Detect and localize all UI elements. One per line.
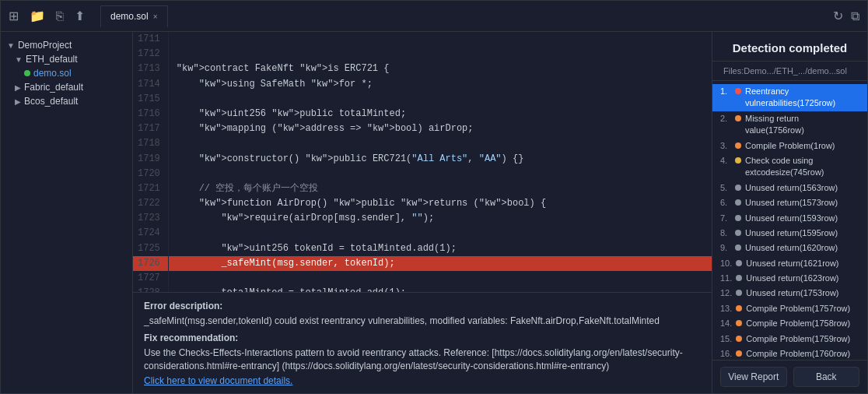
- finding-item[interactable]: 14.Compile Problem(1758row): [712, 316, 867, 331]
- line-code: [168, 32, 712, 47]
- sidebar-fabric-label: Fabric_default: [24, 82, 83, 93]
- back-button[interactable]: Back: [793, 367, 860, 387]
- findings-list: 1.Reentrancy vulnerabilities(1725row)2.M…: [712, 81, 867, 360]
- finding-dot-icon: [736, 320, 742, 326]
- line-number: 1724: [133, 226, 168, 241]
- finding-number: 14.: [720, 318, 732, 329]
- finding-item[interactable]: 8.Unused return(1595row): [712, 226, 867, 241]
- finding-number: 10.: [720, 258, 732, 269]
- finding-item[interactable]: 1.Reentrancy vulnerabilities(1725row): [712, 84, 867, 111]
- sidebar-item-demo-sol[interactable]: demo.sol: [1, 66, 132, 80]
- finding-number: 9.: [720, 242, 731, 254]
- finding-text: Unused return(1623row): [746, 273, 838, 284]
- finding-text: Unused return(1753row): [746, 287, 838, 299]
- finding-item[interactable]: 11.Unused return(1623row): [712, 271, 867, 286]
- detection-title: Detection completed: [712, 32, 867, 62]
- finding-text: Reentrancy vulnerabilities(1725row): [745, 86, 859, 110]
- finding-dot-icon: [735, 142, 741, 149]
- finding-item[interactable]: 6.Unused return(1573row): [712, 195, 867, 210]
- finding-item[interactable]: 9.Unused return(1620row): [712, 241, 867, 255]
- finding-item[interactable]: 16.Compile Problem(1760row): [712, 347, 867, 360]
- right-panel: Detection completed Files:Demo.../ETH_..…: [712, 32, 867, 393]
- line-code: "kw">contract FakeNft "kw">is ERC721 {: [168, 62, 712, 76]
- refresh-icon[interactable]: ↻: [833, 9, 843, 23]
- finding-item[interactable]: 4.Check code using extcodesize(745row): [712, 153, 867, 181]
- finding-number: 5.: [720, 182, 731, 194]
- finding-item[interactable]: 3.Compile Problem(1row): [712, 139, 867, 153]
- doc-link[interactable]: Click here to view document details.: [144, 375, 701, 386]
- folder-icon[interactable]: 📁: [30, 9, 45, 23]
- sidebar-item-demoproject[interactable]: ▼ DemoProject: [1, 38, 132, 52]
- error-panel: Error description: _safeMint(msg.sender,…: [133, 292, 712, 393]
- finding-item[interactable]: 12.Unused return(1753row): [712, 286, 867, 301]
- finding-dot-icon: [736, 290, 742, 296]
- finding-text: Unused return(1595row): [745, 227, 838, 239]
- finding-dot-icon: [735, 115, 741, 121]
- sidebar-bcos-label: Bcos_default: [24, 96, 78, 107]
- finding-number: 2.: [720, 113, 731, 125]
- finding-text: Compile Problem(1759row): [746, 333, 850, 345]
- fix-label: Fix recommendation:: [144, 332, 701, 343]
- finding-text: Unused return(1573row): [745, 197, 838, 209]
- line-number: 1721: [133, 181, 168, 196]
- finding-text: Unused return(1621row): [746, 258, 838, 269]
- line-code: [168, 226, 712, 241]
- finding-dot-icon: [735, 185, 741, 191]
- sidebar-item-eth-default[interactable]: ▼ ETH_default: [1, 52, 132, 66]
- tab-demo-sol[interactable]: demo.sol ×: [100, 5, 168, 27]
- finding-dot-icon: [735, 230, 741, 236]
- finding-dot-icon: [735, 157, 741, 164]
- line-number: 1712: [133, 47, 168, 62]
- finding-dot-icon: [736, 336, 742, 342]
- line-number: 1726: [133, 256, 168, 271]
- line-code: [168, 167, 712, 181]
- line-number: 1722: [133, 196, 168, 211]
- line-number: 1717: [133, 121, 168, 136]
- line-number: 1725: [133, 241, 168, 256]
- tab-bar: demo.sol ×: [100, 1, 825, 31]
- tab-close-icon[interactable]: ×: [153, 12, 158, 21]
- line-number: 1713: [133, 62, 168, 76]
- line-code: "kw">mapping ("kw">address => "kw">bool)…: [168, 121, 712, 136]
- finding-item[interactable]: 15.Compile Problem(1759row): [712, 332, 867, 347]
- finding-number: 16.: [720, 348, 732, 360]
- line-code: "kw">using SafeMath "kw">for *;: [168, 77, 712, 92]
- finding-item[interactable]: 7.Unused return(1593row): [712, 211, 867, 226]
- line-number: 1728: [133, 286, 168, 292]
- finding-number: 8.: [720, 227, 731, 239]
- finding-number: 4.: [720, 155, 731, 167]
- line-code: totalMinted = totalMinted.add(1);: [168, 286, 712, 292]
- finding-item[interactable]: 2.Missing return value(1756row): [712, 111, 867, 139]
- right-panel-footer: View Report Back: [712, 360, 867, 393]
- sidebar-project-label: DemoProject: [18, 40, 72, 51]
- finding-dot-icon: [735, 244, 741, 251]
- view-report-button[interactable]: View Report: [720, 367, 787, 387]
- toolbar: ⊞ 📁 ⎘ ⬆ demo.sol × ↻ ⧉: [1, 1, 867, 32]
- copy-icon[interactable]: ⎘: [56, 9, 64, 23]
- sidebar-file-label: demo.sol: [33, 68, 72, 79]
- sidebar-folder-label: ETH_default: [26, 54, 78, 65]
- line-code: _safeMint(msg.sender, tokenId);: [168, 256, 712, 271]
- line-code: "kw">function AirDrop() "kw">public "kw"…: [168, 196, 712, 211]
- line-number: 1723: [133, 211, 168, 226]
- code-scroll[interactable]: 1711 1712 1713"kw">contract FakeNft "kw"…: [133, 32, 712, 292]
- finding-number: 11.: [720, 273, 732, 284]
- line-number: 1716: [133, 107, 168, 121]
- line-number: 1720: [133, 167, 168, 181]
- sidebar-item-fabric-default[interactable]: ▶ Fabric_default: [1, 80, 132, 94]
- line-code: [168, 47, 712, 62]
- line-code: [168, 271, 712, 286]
- finding-item[interactable]: 10.Unused return(1621row): [712, 256, 867, 271]
- finding-item[interactable]: 5.Unused return(1563row): [712, 181, 867, 195]
- line-code: [168, 92, 712, 107]
- line-number: 1727: [133, 271, 168, 286]
- toolbar-left-icons: ⊞ 📁 ⎘ ⬆: [9, 9, 85, 23]
- copy2-icon[interactable]: ⧉: [851, 9, 859, 23]
- caret-icon: ▼: [7, 41, 15, 50]
- sidebar-item-bcos-default[interactable]: ▶ Bcos_default: [1, 94, 132, 108]
- grid-icon[interactable]: ⊞: [9, 9, 19, 23]
- upload-icon[interactable]: ⬆: [75, 9, 85, 23]
- main-layout: ▼ DemoProject ▼ ETH_default demo.sol ▶ F…: [1, 32, 867, 393]
- finding-item[interactable]: 13.Compile Problem(1757row): [712, 301, 867, 316]
- sidebar: ▼ DemoProject ▼ ETH_default demo.sol ▶ F…: [1, 32, 133, 393]
